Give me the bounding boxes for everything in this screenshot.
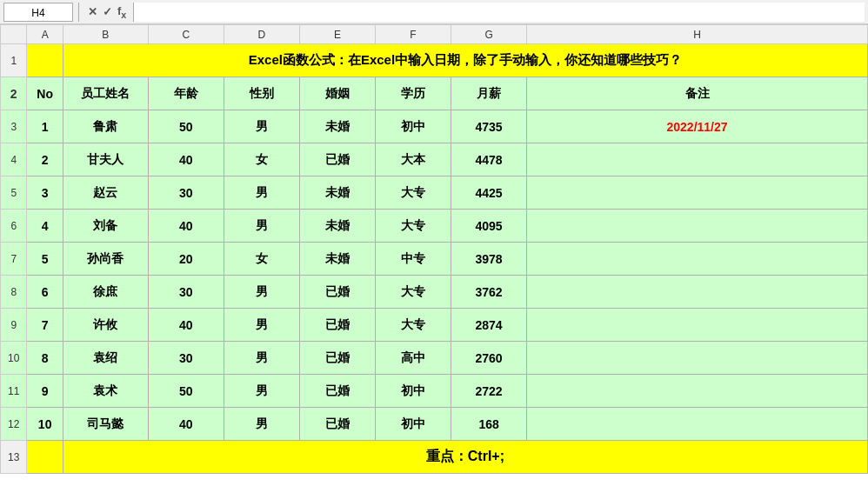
- cell-education-11[interactable]: 初中: [375, 375, 451, 408]
- cell-age-6[interactable]: 40: [148, 210, 224, 243]
- cell-notes-8[interactable]: [527, 276, 868, 309]
- cell-gender-11[interactable]: 男: [224, 375, 299, 408]
- row-num-3[interactable]: 3: [1, 110, 27, 143]
- cell-education-3[interactable]: 初中: [375, 110, 451, 143]
- cell-age-7[interactable]: 20: [148, 243, 224, 276]
- cell-notes-4[interactable]: [527, 143, 868, 176]
- cell-name-4[interactable]: 甘夫人: [63, 143, 148, 176]
- col-header-d[interactable]: D: [224, 25, 299, 44]
- cell-marriage-8[interactable]: 已婚: [299, 276, 375, 309]
- cell-salary-11[interactable]: 2722: [451, 375, 527, 408]
- cell-name-8[interactable]: 徐庶: [63, 276, 148, 309]
- cell-name-3[interactable]: 鲁肃: [63, 110, 148, 143]
- cell-name-10[interactable]: 袁绍: [63, 342, 148, 375]
- cell-marriage-5[interactable]: 未婚: [299, 176, 375, 210]
- confirm-icon[interactable]: ✓: [103, 5, 112, 18]
- cell-no-5[interactable]: 3: [27, 176, 63, 210]
- cell-education-6[interactable]: 大专: [375, 210, 451, 243]
- cell-age-8[interactable]: 30: [148, 276, 224, 309]
- cell-name-9[interactable]: 许攸: [63, 309, 148, 342]
- cell-salary-7[interactable]: 3978: [451, 243, 527, 276]
- cell-age-11[interactable]: 50: [148, 375, 224, 408]
- cell-gender-9[interactable]: 男: [224, 309, 299, 342]
- cell-a1[interactable]: [27, 44, 63, 77]
- cell-marriage-3[interactable]: 未婚: [299, 110, 375, 143]
- cell-name-box[interactable]: H4: [3, 3, 73, 22]
- cell-education-8[interactable]: 大专: [375, 276, 451, 309]
- cell-no-header[interactable]: No: [27, 77, 63, 110]
- cell-no-7[interactable]: 5: [27, 243, 63, 276]
- cell-no-8[interactable]: 6: [27, 276, 63, 309]
- cell-education-5[interactable]: 大专: [375, 176, 451, 210]
- cell-notes-10[interactable]: [527, 342, 868, 375]
- cell-no-12[interactable]: 10: [27, 408, 63, 441]
- cell-no-9[interactable]: 7: [27, 309, 63, 342]
- insert-function-icon[interactable]: fx: [117, 4, 126, 20]
- cell-marriage-6[interactable]: 未婚: [299, 210, 375, 243]
- row-num-4[interactable]: 4: [1, 143, 27, 176]
- cell-name-5[interactable]: 赵云: [63, 176, 148, 210]
- cell-marriage-11[interactable]: 已婚: [299, 375, 375, 408]
- cell-salary-4[interactable]: 4478: [451, 143, 527, 176]
- cell-salary-header[interactable]: 月薪: [451, 77, 527, 110]
- cell-gender-10[interactable]: 男: [224, 342, 299, 375]
- cell-age-4[interactable]: 40: [148, 143, 224, 176]
- row-num-2[interactable]: 2: [1, 77, 27, 110]
- row-num-10[interactable]: 10: [1, 342, 27, 375]
- cell-marriage-header[interactable]: 婚姻: [299, 77, 375, 110]
- cell-education-10[interactable]: 高中: [375, 342, 451, 375]
- col-header-h[interactable]: H: [527, 25, 868, 44]
- col-header-e[interactable]: E: [299, 25, 375, 44]
- cell-name-11[interactable]: 袁术: [63, 375, 148, 408]
- cell-gender-7[interactable]: 女: [224, 243, 299, 276]
- row-num-13[interactable]: 13: [1, 441, 27, 474]
- cell-education-12[interactable]: 初中: [375, 408, 451, 441]
- cell-salary-10[interactable]: 2760: [451, 342, 527, 375]
- cell-name-12[interactable]: 司马懿: [63, 408, 148, 441]
- cell-name-7[interactable]: 孙尚香: [63, 243, 148, 276]
- cell-notes-12[interactable]: [527, 408, 868, 441]
- col-header-b[interactable]: B: [63, 25, 148, 44]
- cell-notes-11[interactable]: [527, 375, 868, 408]
- cell-no-4[interactable]: 2: [27, 143, 63, 176]
- cell-name-header[interactable]: 员工姓名: [63, 77, 148, 110]
- row-num-12[interactable]: 12: [1, 408, 27, 441]
- cell-no-6[interactable]: 4: [27, 210, 63, 243]
- cell-marriage-4[interactable]: 已婚: [299, 143, 375, 176]
- col-header-f[interactable]: F: [375, 25, 451, 44]
- row-num-9[interactable]: 9: [1, 309, 27, 342]
- cell-salary-6[interactable]: 4095: [451, 210, 527, 243]
- title-cell[interactable]: Excel函数公式：在Excel中输入日期，除了手动输入，你还知道哪些技巧？: [63, 44, 867, 77]
- row-num-5[interactable]: 5: [1, 176, 27, 210]
- cell-gender-6[interactable]: 男: [224, 210, 299, 243]
- cancel-icon[interactable]: ✕: [88, 5, 97, 18]
- cell-no-3[interactable]: 1: [27, 110, 63, 143]
- cell-marriage-12[interactable]: 已婚: [299, 408, 375, 441]
- cell-education-4[interactable]: 大本: [375, 143, 451, 176]
- cell-gender-8[interactable]: 男: [224, 276, 299, 309]
- cell-salary-9[interactable]: 2874: [451, 309, 527, 342]
- cell-gender-12[interactable]: 男: [224, 408, 299, 441]
- footer-main-cell[interactable]: 重点：Ctrl+;: [63, 441, 867, 474]
- cell-marriage-7[interactable]: 未婚: [299, 243, 375, 276]
- cell-marriage-10[interactable]: 已婚: [299, 342, 375, 375]
- cell-gender-header[interactable]: 性别: [224, 77, 299, 110]
- row-num-8[interactable]: 8: [1, 276, 27, 309]
- row-num-7[interactable]: 7: [1, 243, 27, 276]
- row-num-6[interactable]: 6: [1, 210, 27, 243]
- cell-notes-3[interactable]: 2022/11/27: [527, 110, 868, 143]
- cell-education-7[interactable]: 中专: [375, 243, 451, 276]
- cell-no-10[interactable]: 8: [27, 342, 63, 375]
- cell-salary-3[interactable]: 4735: [451, 110, 527, 143]
- cell-age-5[interactable]: 30: [148, 176, 224, 210]
- cell-notes-5[interactable]: [527, 176, 868, 210]
- cell-salary-5[interactable]: 4425: [451, 176, 527, 210]
- cell-education-header[interactable]: 学历: [375, 77, 451, 110]
- cell-gender-5[interactable]: 男: [224, 176, 299, 210]
- col-header-a[interactable]: A: [27, 25, 63, 44]
- cell-age-3[interactable]: 50: [148, 110, 224, 143]
- cell-education-9[interactable]: 大专: [375, 309, 451, 342]
- footer-cell-a[interactable]: [27, 441, 63, 474]
- cell-age-12[interactable]: 40: [148, 408, 224, 441]
- cell-notes-7[interactable]: [527, 243, 868, 276]
